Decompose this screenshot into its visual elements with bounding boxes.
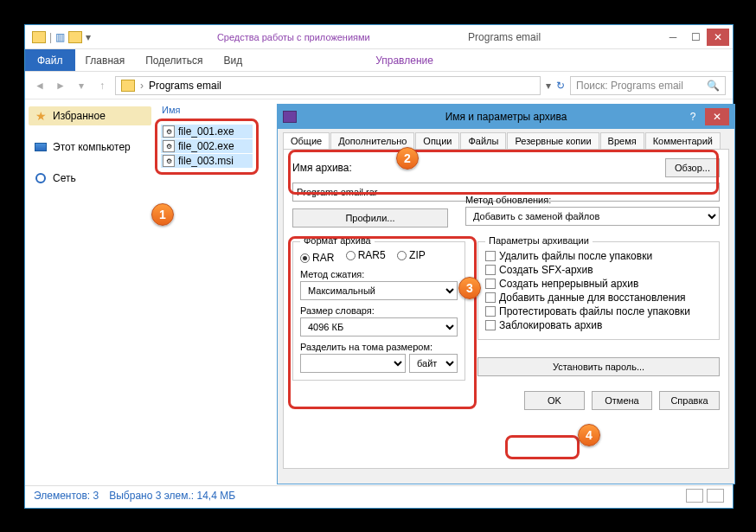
- dialog-tabs: Общие Дополнительно Опции Файлы Резервны…: [278, 129, 734, 149]
- folder-icon: [121, 80, 135, 92]
- sidebar-label: Сеть: [53, 172, 76, 184]
- radio-rar5[interactable]: RAR5: [346, 249, 386, 261]
- dict-label: Размер словаря:: [300, 305, 458, 316]
- dialog-close-button[interactable]: ✕: [705, 108, 729, 125]
- sidebar-item-favorites[interactable]: ★ Избранное: [29, 106, 151, 125]
- separator: |: [49, 31, 52, 43]
- sidebar-item-computer[interactable]: Этот компьютер: [29, 138, 151, 157]
- chk-delete[interactable]: Удалить файлы после упаковки: [485, 249, 712, 263]
- callout-4: 4: [578, 424, 600, 446]
- close-button[interactable]: ✕: [707, 29, 729, 46]
- computer-icon: [34, 140, 48, 154]
- chk-sfx[interactable]: Создать SFX-архив: [485, 263, 712, 277]
- window-title: Programs email: [468, 31, 541, 43]
- chk-lock[interactable]: Заблокировать архив: [485, 318, 712, 332]
- history-dropdown[interactable]: ▾: [74, 78, 89, 93]
- arch-params-group: Параметры архивации Удалить файлы после …: [477, 241, 720, 340]
- newfolder-icon[interactable]: [68, 31, 82, 43]
- chevron-right-icon: ›: [140, 80, 144, 92]
- search-placeholder: Поиск: Programs email: [576, 80, 683, 92]
- minimize-button[interactable]: ─: [662, 29, 684, 46]
- update-method-label: Метод обновления:: [465, 195, 720, 205]
- split-unit-select[interactable]: байт: [409, 354, 458, 373]
- props-icon[interactable]: ▥: [55, 31, 65, 43]
- callout-2: 2: [396, 147, 419, 170]
- list-item[interactable]: ⚙file_001.exe: [161, 125, 253, 138]
- up-button[interactable]: ↑: [94, 78, 110, 93]
- search-icon: 🔍: [707, 80, 720, 92]
- tab-advanced[interactable]: Дополнительно: [330, 132, 414, 149]
- profiles-button[interactable]: Профили...: [292, 208, 448, 228]
- nav-pane: ★ Избранное Этот компьютер Сеть: [25, 99, 155, 485]
- dialog-titlebar: Имя и параметры архива ? ✕: [278, 105, 734, 129]
- folder-icon: [32, 31, 46, 43]
- forward-button[interactable]: ►: [53, 78, 68, 93]
- radio-zip[interactable]: ZIP: [397, 249, 426, 261]
- contextual-tab-label: Средства работы с приложениями: [217, 32, 370, 42]
- callout-1: 1: [151, 203, 174, 226]
- ok-button[interactable]: OK: [524, 391, 585, 410]
- split-size-select[interactable]: [300, 354, 406, 373]
- tab-files[interactable]: Файлы: [460, 132, 506, 149]
- tab-comment[interactable]: Комментарий: [645, 132, 721, 149]
- list-item[interactable]: ⚙file_003.msi: [161, 154, 253, 168]
- exe-icon: ⚙: [163, 140, 175, 152]
- compression-label: Метод сжатия:: [300, 269, 458, 279]
- cancel-button[interactable]: Отмена: [592, 391, 652, 410]
- list-item[interactable]: ⚙file_002.exe: [161, 139, 253, 153]
- exe-icon: ⚙: [163, 125, 175, 138]
- status-bar: Элементов: 3 Выбрано 3 элем.: 14,4 МБ: [25, 485, 733, 504]
- ribbon-manage[interactable]: Управление: [365, 51, 444, 70]
- set-password-button[interactable]: Установить пароль...: [477, 357, 720, 376]
- tab-general[interactable]: Общие: [283, 132, 330, 149]
- dict-select[interactable]: 4096 КБ: [300, 317, 458, 337]
- breadcrumb[interactable]: › Programs email: [115, 76, 541, 95]
- update-method-select[interactable]: Добавить с заменой файлов: [465, 207, 720, 226]
- archive-name-label: Имя архива:: [292, 162, 352, 174]
- status-selection: Выбрано 3 элем.: 14,4 МБ: [109, 490, 235, 502]
- chk-recovery[interactable]: Добавить данные для восстановления: [485, 291, 712, 304]
- refresh-button[interactable]: ↻: [556, 80, 565, 92]
- winrar-dialog: Имя и параметры архива ? ✕ Общие Дополни…: [277, 104, 735, 484]
- callout-3: 3: [458, 277, 481, 299]
- msi-icon: ⚙: [163, 155, 175, 167]
- ribbon-share[interactable]: Поделиться: [135, 51, 213, 70]
- browse-button[interactable]: Обзор...: [665, 158, 720, 177]
- status-count: Элементов: 3: [34, 490, 99, 502]
- arch-params-label: Параметры архивации: [485, 235, 593, 246]
- chk-solid[interactable]: Создать непрерывный архив: [485, 277, 712, 291]
- ribbon-view[interactable]: Вид: [213, 51, 253, 70]
- breadcrumb-item[interactable]: Programs email: [149, 80, 221, 92]
- highlight-4: [505, 435, 580, 459]
- sidebar-label: Этот компьютер: [53, 141, 131, 153]
- dropdown-icon[interactable]: ▾: [86, 31, 91, 43]
- ribbon: Файл Главная Поделиться Вид Управление: [25, 49, 733, 72]
- network-icon: [34, 171, 48, 185]
- chk-test[interactable]: Протестировать файлы после упаковки: [485, 304, 712, 318]
- ribbon-file[interactable]: Файл: [25, 49, 75, 71]
- dropdown-icon[interactable]: ▾: [546, 80, 551, 92]
- compression-select[interactable]: Максимальный: [300, 281, 458, 300]
- explorer-titlebar: | ▥ ▾ Средства работы с приложениями Pro…: [25, 25, 733, 49]
- sidebar-item-network[interactable]: Сеть: [29, 169, 151, 188]
- back-button[interactable]: ◄: [32, 78, 48, 93]
- radio-rar[interactable]: RAR: [300, 252, 334, 264]
- tab-time[interactable]: Время: [600, 132, 644, 149]
- maximize-button[interactable]: ☐: [684, 29, 707, 46]
- search-input[interactable]: Поиск: Programs email 🔍: [570, 76, 726, 95]
- address-bar: ◄ ► ▾ ↑ › Programs email ▾ ↻ Поиск: Prog…: [25, 72, 733, 99]
- view-large-button[interactable]: [707, 489, 724, 503]
- help-button[interactable]: Справка: [659, 391, 720, 410]
- dialog-title: Имя и параметры архива: [278, 111, 734, 123]
- split-label: Разделить на тома размером:: [300, 342, 458, 352]
- format-label: Формат архива: [300, 235, 375, 246]
- file-selection-highlight: ⚙file_001.exe ⚙file_002.exe ⚙file_003.ms…: [155, 119, 259, 175]
- tab-options[interactable]: Опции: [415, 132, 459, 149]
- view-details-button[interactable]: [686, 489, 703, 503]
- help-button[interactable]: ?: [681, 108, 705, 125]
- sidebar-label: Избранное: [53, 110, 106, 122]
- format-group: Формат архива RAR RAR5 ZIP Метод сжатия:…: [292, 241, 465, 381]
- tab-backup[interactable]: Резервные копии: [507, 132, 599, 149]
- star-icon: ★: [34, 109, 48, 123]
- ribbon-home[interactable]: Главная: [75, 51, 136, 70]
